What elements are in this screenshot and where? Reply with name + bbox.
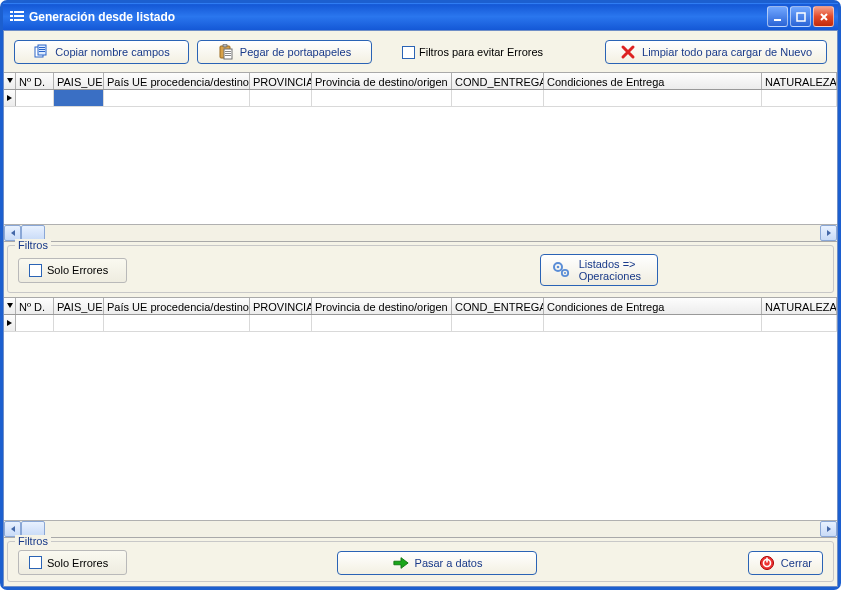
upper-grid: Nº D. PAIS_UE País UE procedencia/destin… — [4, 72, 837, 242]
clear-icon — [620, 44, 636, 60]
upper-filter-bar: Filtros Solo Errores Listados => O — [7, 245, 834, 293]
col-num[interactable]: Nº D. — [16, 298, 54, 314]
col-cond-entrega-desc[interactable]: Condiciones de Entrega — [544, 298, 762, 314]
cell[interactable] — [544, 315, 762, 331]
cell[interactable] — [104, 315, 250, 331]
scroll-right-icon[interactable] — [820, 225, 837, 241]
col-naturaleza[interactable]: NATURALEZA — [762, 73, 837, 89]
col-naturaleza[interactable]: NATURALEZA — [762, 298, 837, 314]
row-indicator[interactable] — [4, 90, 16, 106]
filter-legend: Filtros — [15, 535, 51, 547]
solo-errores-label: Solo Errores — [47, 264, 108, 276]
paste-clipboard-label: Pegar de portapapeles — [240, 46, 351, 58]
copy-fieldnames-label: Copiar nombre campos — [55, 46, 169, 58]
col-cond-entrega-desc[interactable]: Condiciones de Entrega — [544, 73, 762, 89]
cell[interactable] — [16, 90, 54, 106]
filter-legend: Filtros — [15, 239, 51, 251]
table-row[interactable] — [4, 315, 837, 332]
lower-filter-bar: Filtros Solo Errores Pasar a datos — [7, 541, 834, 582]
col-provincia[interactable]: PROVINCIA — [250, 73, 312, 89]
col-provincia[interactable]: PROVINCIA — [250, 298, 312, 314]
app-window: Generación desde listado — [0, 0, 841, 590]
svg-rect-7 — [774, 19, 781, 21]
cell[interactable] — [544, 90, 762, 106]
svg-rect-26 — [766, 557, 768, 562]
svg-rect-19 — [225, 55, 231, 56]
pasar-a-datos-label: Pasar a datos — [415, 557, 483, 569]
upper-grid-scrollbar[interactable] — [4, 224, 837, 241]
gears-icon — [551, 260, 571, 280]
col-cond-entrega[interactable]: COND_ENTREGA — [452, 298, 544, 314]
col-pais-ue-desc[interactable]: País UE procedencia/destino — [104, 73, 250, 89]
app-icon — [9, 9, 25, 25]
checkbox-icon — [29, 264, 42, 277]
cell[interactable] — [250, 315, 312, 331]
titlebar: Generación desde listado — [3, 3, 838, 30]
cell[interactable] — [312, 315, 452, 331]
pasar-a-datos-button[interactable]: Pasar a datos — [337, 551, 537, 575]
cell[interactable] — [452, 315, 544, 331]
minimize-button[interactable] — [767, 6, 788, 27]
cell[interactable] — [104, 90, 250, 106]
svg-rect-2 — [14, 11, 24, 13]
svg-rect-17 — [225, 51, 231, 52]
svg-rect-12 — [39, 49, 45, 50]
cerrar-label: Cerrar — [781, 557, 812, 569]
arrow-right-icon — [393, 555, 409, 571]
lower-grid-header: Nº D. PAIS_UE País UE procedencia/destin… — [4, 298, 837, 315]
svg-rect-6 — [14, 19, 24, 21]
paste-icon — [218, 44, 234, 60]
cerrar-button[interactable]: Cerrar — [748, 551, 823, 575]
cell[interactable] — [250, 90, 312, 106]
col-provincia-desc[interactable]: Provincia de destino/origen — [312, 73, 452, 89]
scroll-track[interactable] — [21, 225, 820, 241]
col-pais-ue[interactable]: PAIS_UE — [54, 298, 104, 314]
col-num[interactable]: Nº D. — [16, 73, 54, 89]
lower-grid: Nº D. PAIS_UE País UE procedencia/destin… — [4, 297, 837, 538]
svg-point-21 — [556, 266, 559, 269]
col-cond-entrega[interactable]: COND_ENTREGA — [452, 73, 544, 89]
table-row[interactable] — [4, 90, 837, 107]
listados-line1: Listados => — [579, 258, 636, 270]
cell[interactable] — [312, 90, 452, 106]
close-button[interactable] — [813, 6, 834, 27]
cell-selected[interactable] — [54, 90, 104, 106]
lower-grid-body[interactable] — [4, 315, 837, 520]
svg-point-23 — [564, 272, 566, 274]
svg-rect-5 — [10, 19, 13, 21]
svg-rect-8 — [797, 13, 805, 21]
filters-avoid-errors-checkbox[interactable]: Filtros para evitar Errores — [402, 46, 543, 59]
svg-rect-13 — [39, 51, 45, 52]
upper-grid-header: Nº D. PAIS_UE País UE procedencia/destin… — [4, 73, 837, 90]
checkbox-icon — [402, 46, 415, 59]
listados-line2: Operaciones — [579, 270, 641, 282]
window-title: Generación desde listado — [29, 10, 767, 24]
svg-rect-15 — [223, 44, 227, 47]
cell[interactable] — [762, 315, 837, 331]
copy-fieldnames-button[interactable]: Copiar nombre campos — [14, 40, 189, 64]
checkbox-icon — [29, 556, 42, 569]
row-indicator-header[interactable] — [4, 298, 16, 314]
col-pais-ue[interactable]: PAIS_UE — [54, 73, 104, 89]
row-indicator-header[interactable] — [4, 73, 16, 89]
solo-errores-checkbox-lower[interactable]: Solo Errores — [18, 550, 127, 575]
filters-avoid-errors-label: Filtros para evitar Errores — [419, 46, 543, 58]
svg-rect-4 — [14, 15, 24, 17]
upper-grid-body[interactable] — [4, 90, 837, 224]
scroll-right-icon[interactable] — [820, 521, 837, 537]
scroll-track[interactable] — [21, 521, 820, 537]
row-indicator[interactable] — [4, 315, 16, 331]
listados-operaciones-button[interactable]: Listados => Operaciones — [540, 254, 658, 286]
cell[interactable] — [16, 315, 54, 331]
cell[interactable] — [762, 90, 837, 106]
col-provincia-desc[interactable]: Provincia de destino/origen — [312, 298, 452, 314]
paste-clipboard-button[interactable]: Pegar de portapapeles — [197, 40, 372, 64]
maximize-button[interactable] — [790, 6, 811, 27]
col-pais-ue-desc[interactable]: País UE procedencia/destino — [104, 298, 250, 314]
svg-rect-1 — [10, 11, 13, 13]
lower-grid-scrollbar[interactable] — [4, 520, 837, 537]
cell[interactable] — [452, 90, 544, 106]
clear-all-button[interactable]: Limpiar todo para cargar de Nuevo — [605, 40, 827, 64]
cell[interactable] — [54, 315, 104, 331]
solo-errores-checkbox[interactable]: Solo Errores — [18, 258, 127, 283]
